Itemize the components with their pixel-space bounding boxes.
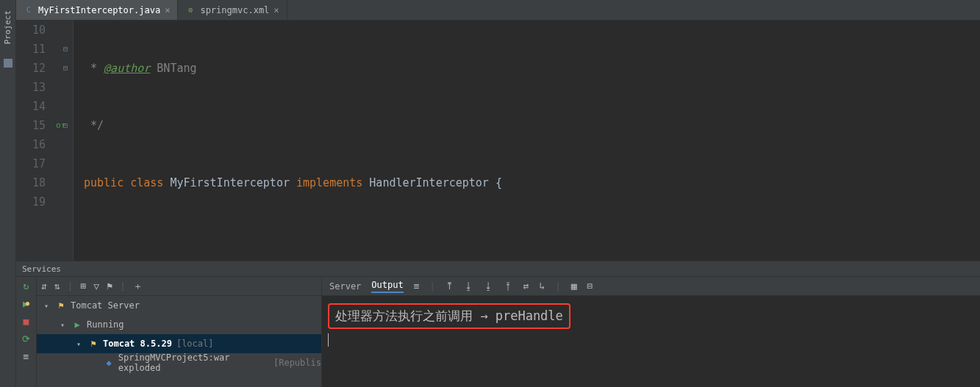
stop-icon[interactable]: ■ <box>21 315 32 327</box>
tree-node-icon: ▶ <box>72 319 82 330</box>
rerun-icon[interactable]: ↻ <box>21 280 32 292</box>
tree-toolbar: ⇵ ⇅ | ⊞ ▽ ⚑ | ＋ <box>37 277 321 296</box>
tree-row[interactable]: ▾⚑Tomcat 8.5.29 [local] <box>37 334 321 353</box>
deploy-icon[interactable]: ⟳ <box>21 333 32 344</box>
line-number: 17 <box>16 154 46 173</box>
tree-extra: [local] <box>176 339 214 349</box>
code-text: HandlerInterceptor <box>362 176 496 189</box>
output-toolbar: Server Output ≡ | ⤒ ⭳ ⭳ ⭱ ⇄ ↳ | ▦ ⊟ <box>322 277 980 296</box>
fold-icon[interactable]: ⊟ <box>63 59 68 78</box>
services-panel: ↻ ▶● ■ ⟳ ≡ ⇵ ⇅ | ⊞ ▽ ⚑ | ＋ ▾⚑Tomcat Serv… <box>16 277 980 387</box>
expand-icon[interactable]: ▾ <box>60 321 68 329</box>
main-column: CMyFirstInterceptor.java×⚙springmvc.xml×… <box>16 0 980 387</box>
next-icon[interactable]: ↳ <box>540 281 546 292</box>
project-tool-icon <box>4 59 12 68</box>
fold-icon[interactable]: ⊟ <box>63 40 68 59</box>
code-text: implements <box>296 176 362 189</box>
line-number: 10 <box>16 21 46 40</box>
file-type-icon: ⚙ <box>185 5 196 15</box>
editor-tab[interactable]: CMyFirstInterceptor.java× <box>16 0 178 20</box>
code-text: @author <box>104 62 150 75</box>
line-number: 19 <box>16 192 46 211</box>
line-number: 11 <box>16 40 46 59</box>
upload-icon[interactable]: ⭱ <box>504 281 513 292</box>
close-icon[interactable]: × <box>273 5 279 15</box>
tab-label: MyFirstInterceptor.java <box>38 5 160 15</box>
tab-server[interactable]: Server <box>329 281 361 292</box>
tree-row[interactable]: ▾▶Running <box>37 315 321 334</box>
services-tree: ⇵ ⇅ | ⊞ ▽ ⚑ | ＋ ▾⚑Tomcat Server▾▶Running… <box>37 277 322 387</box>
tree-label: Running <box>87 319 124 330</box>
expand-all-icon[interactable]: ⇵ <box>41 281 47 292</box>
services-side-toolbar: ↻ ▶● ■ ⟳ ≡ <box>16 277 37 387</box>
flag-icon[interactable]: ⚑ <box>107 281 112 292</box>
code-text: public class <box>84 176 163 189</box>
editor-tabs: CMyFirstInterceptor.java×⚙springmvc.xml× <box>16 0 980 21</box>
file-type-icon: C <box>24 5 34 15</box>
swap-icon[interactable]: ⇄ <box>523 281 529 292</box>
scroll-end-icon[interactable]: ⤒ <box>446 281 454 292</box>
fold-icon[interactable]: ⊟ <box>63 116 68 135</box>
line-gutter: 10111213141516171819 <box>16 21 53 261</box>
code-area[interactable]: * @author BNTang */ public class MyFirst… <box>74 21 980 261</box>
console-highlight: 处理器方法执行之前调用 → preHandle <box>328 303 571 329</box>
grid-icon[interactable]: ▦ <box>571 281 577 292</box>
tree-row[interactable]: ◆SpringMVCProject5:war exploded [Republi… <box>37 353 321 372</box>
code-text: { <box>496 176 502 189</box>
tree-label: Tomcat Server <box>71 300 140 311</box>
tab-output[interactable]: Output <box>371 280 403 293</box>
console-cursor <box>328 333 329 347</box>
group-icon[interactable]: ⊞ <box>80 281 86 292</box>
line-number: 18 <box>16 173 46 192</box>
code-text: * <box>84 62 104 75</box>
run-icon[interactable]: ▶● <box>21 297 32 309</box>
code-text: */ <box>84 119 104 132</box>
tree-node-icon: ◆ <box>104 358 113 368</box>
filter-icon[interactable]: ▽ <box>93 281 99 292</box>
expand-icon[interactable]: ▾ <box>76 340 84 348</box>
code-editor[interactable]: 10111213141516171819 ⊟ ⊟ o↑ ⊟ * @author … <box>16 21 980 261</box>
code-text: BNTang <box>150 62 196 75</box>
settings-icon[interactable]: ⊟ <box>587 281 593 292</box>
line-number: 13 <box>16 78 46 97</box>
services-header[interactable]: Services <box>16 261 980 277</box>
gutter-marks: ⊟ ⊟ o↑ ⊟ <box>53 21 74 261</box>
code-text: MyFirstInterceptor <box>163 176 296 189</box>
editor-tab[interactable]: ⚙springmvc.xml× <box>178 0 287 20</box>
tree-label: Tomcat 8.5.29 <box>103 339 172 349</box>
line-number: 16 <box>16 135 46 154</box>
download2-icon[interactable]: ⭳ <box>484 281 493 292</box>
expand-icon[interactable]: ▾ <box>44 302 51 310</box>
services-output: Server Output ≡ | ⤒ ⭳ ⭳ ⭱ ⇄ ↳ | ▦ ⊟ 处理器方… <box>322 277 980 387</box>
console-line: 处理器方法执行之前调用 → preHandle <box>335 308 563 323</box>
tree-node-icon: ⚑ <box>56 300 66 311</box>
line-number: 12 <box>16 59 46 78</box>
tree-extra: [Republis <box>273 358 321 368</box>
tool-window-strip[interactable]: Project <box>0 0 16 387</box>
tree-body[interactable]: ▾⚑Tomcat Server▾▶Running▾⚑Tomcat 8.5.29 … <box>37 296 321 387</box>
tree-node-icon: ⚑ <box>88 339 99 349</box>
more-icon[interactable]: ≡ <box>21 350 32 362</box>
tree-label: SpringMVCProject5:war exploded <box>118 352 269 373</box>
download-icon[interactable]: ⭳ <box>464 281 473 292</box>
soft-wrap-icon[interactable]: ≡ <box>414 281 420 292</box>
line-number: 15 <box>16 116 46 135</box>
line-number: 14 <box>16 97 46 116</box>
services-title: Services <box>22 264 61 274</box>
close-icon[interactable]: × <box>165 5 170 15</box>
project-tool-label[interactable]: Project <box>3 10 12 44</box>
add-icon[interactable]: ＋ <box>133 280 143 293</box>
console[interactable]: 处理器方法执行之前调用 → preHandle <box>322 296 980 387</box>
tab-label: springmvc.xml <box>200 5 269 15</box>
collapse-all-icon[interactable]: ⇅ <box>54 281 60 292</box>
tree-row[interactable]: ▾⚑Tomcat Server <box>37 296 321 315</box>
